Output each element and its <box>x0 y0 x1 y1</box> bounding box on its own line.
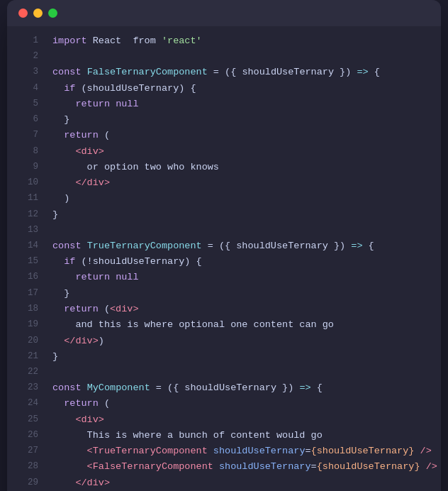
kw-token: if <box>64 83 75 94</box>
param-token: shouldUseTernary <box>87 83 179 94</box>
plain-token: } <box>52 209 58 220</box>
maximize-button[interactable] <box>48 9 57 18</box>
code-line: 25 <div> <box>7 412 441 428</box>
line-content: <FalseTernaryComponent shouldUseTernary=… <box>52 459 437 475</box>
line-number: 14 <box>18 238 38 254</box>
code-line: 9 or option two who knows <box>7 160 441 175</box>
line-content: } <box>52 286 430 302</box>
kw-token: const <box>52 382 82 393</box>
code-editor: 1import React from 'react'23const FalseT… <box>7 26 441 491</box>
tag-token: /> <box>420 446 432 456</box>
code-line: 16 return null <box>7 270 441 285</box>
plain-token <box>52 83 64 94</box>
plain-token <box>110 99 116 109</box>
plain-token <box>52 398 64 409</box>
plain-token <box>52 304 64 314</box>
null-val-token: null <box>116 272 138 282</box>
plain-token: ( <box>99 398 110 409</box>
tag-token: <div> <box>75 146 104 157</box>
line-content: </div> <box>52 175 430 191</box>
line-content <box>52 49 430 65</box>
line-number: 25 <box>18 412 38 428</box>
tag-token: <div> <box>75 414 104 425</box>
plain-token <box>52 461 87 472</box>
kw-token: import <box>52 35 87 46</box>
plain-token <box>82 67 87 77</box>
tag-token: </div> <box>75 478 110 488</box>
line-content: const TrueTernaryComponent = ({ shouldUs… <box>52 238 430 254</box>
plain-token: ) { <box>184 256 201 267</box>
line-content: and this is where optional one content c… <box>52 317 430 333</box>
plain-token: = ({ <box>202 241 237 251</box>
line-number: 11 <box>18 191 38 206</box>
line-number: 23 <box>18 380 38 396</box>
code-line: 4 if (shouldUseTernary) { <box>7 81 441 96</box>
line-number: 8 <box>18 144 38 160</box>
kw-token: return <box>64 304 99 314</box>
from-kw-token: from <box>133 35 155 46</box>
line-content: <div> <box>52 412 430 428</box>
titlebar <box>7 0 441 26</box>
plain-token: React <box>87 35 133 46</box>
code-line: 12} <box>7 207 441 223</box>
code-line: 3const FalseTernaryComponent = ({ should… <box>7 65 441 80</box>
code-line: 11 ) <box>7 191 441 206</box>
line-content: return ( <box>52 128 430 143</box>
code-window: 1import React from 'react'23const FalseT… <box>7 0 441 491</box>
plain-token <box>213 461 219 472</box>
arrow-token: => <box>299 382 310 393</box>
plain-token <box>52 336 64 346</box>
code-line: 1import React from 'react' <box>7 33 441 49</box>
plain-token: }) <box>334 67 357 77</box>
plain-token: ( <box>99 304 110 314</box>
arrow-token: => <box>357 67 368 77</box>
expr-token: {shouldUseTernary} <box>311 446 415 456</box>
plain-token: and this is where optional one content c… <box>52 319 334 330</box>
code-line: 17 } <box>7 286 441 302</box>
code-line: 23const MyComponent = ({ shouldUseTernar… <box>7 380 441 396</box>
line-number: 26 <box>18 428 38 443</box>
tag-token: </div> <box>75 177 110 188</box>
plain-token: This is where a bunch of content would g… <box>52 430 323 441</box>
minimize-button[interactable] <box>33 9 43 18</box>
plain-token: ) <box>99 336 104 346</box>
line-content: if (!shouldUseTernary) { <box>52 254 430 270</box>
plain-token <box>82 241 87 251</box>
plain-token <box>156 35 162 46</box>
plain-token <box>208 446 213 456</box>
plain-token: } <box>52 351 58 362</box>
plain-token: = ({ <box>150 382 185 393</box>
kw-token: return <box>64 130 99 140</box>
line-number: 27 <box>18 443 38 459</box>
plain-token <box>420 461 426 472</box>
kw-token: if <box>64 256 75 267</box>
line-content: This is where a bunch of content would g… <box>52 428 430 443</box>
plain-token <box>52 256 64 267</box>
code-line: 28 <FalseTernaryComponent shouldUseTerna… <box>7 459 441 475</box>
close-button[interactable] <box>18 9 28 18</box>
line-content: <TrueTernaryComponent shouldUseTernary={… <box>52 443 432 459</box>
code-line: 10 </div> <box>7 175 441 191</box>
line-content: } <box>52 112 430 128</box>
line-content: return null <box>52 270 430 285</box>
code-line: 22 <box>7 365 441 380</box>
plain-token: ) { <box>179 83 196 94</box>
plain-token <box>110 272 116 282</box>
code-line: 6 } <box>7 112 441 128</box>
attr-token: shouldUseTernary <box>219 461 311 472</box>
plain-token: { <box>230 67 242 77</box>
plain-token <box>52 478 75 488</box>
code-line: 29 </div> <box>7 475 441 491</box>
plain-token <box>52 414 75 425</box>
line-content: </div>) <box>52 333 430 349</box>
str-token: 'react' <box>162 35 202 46</box>
code-line: 13 <box>7 223 441 238</box>
code-line: 8 <div> <box>7 144 441 160</box>
param-token: shouldUseTernary <box>184 382 276 393</box>
line-number: 12 <box>18 207 38 223</box>
tag-token: <div> <box>110 304 139 314</box>
line-number: 28 <box>18 459 38 475</box>
tag-token: /> <box>426 461 437 472</box>
code-line: 24 return ( <box>7 396 441 412</box>
kw-token: return <box>75 99 110 109</box>
